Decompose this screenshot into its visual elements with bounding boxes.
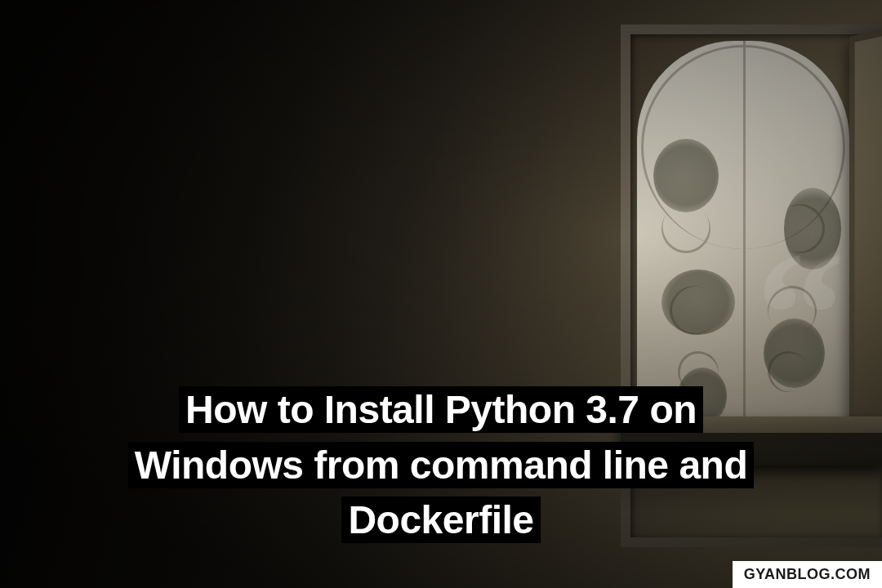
title-container: How to Install Python 3.7 on Windows fro…: [94, 382, 788, 547]
quote-decoration-icon: “: [755, 270, 845, 359]
site-watermark: GYANBLOG.COM: [733, 561, 882, 588]
article-title: How to Install Python 3.7 on Windows fro…: [128, 386, 754, 542]
